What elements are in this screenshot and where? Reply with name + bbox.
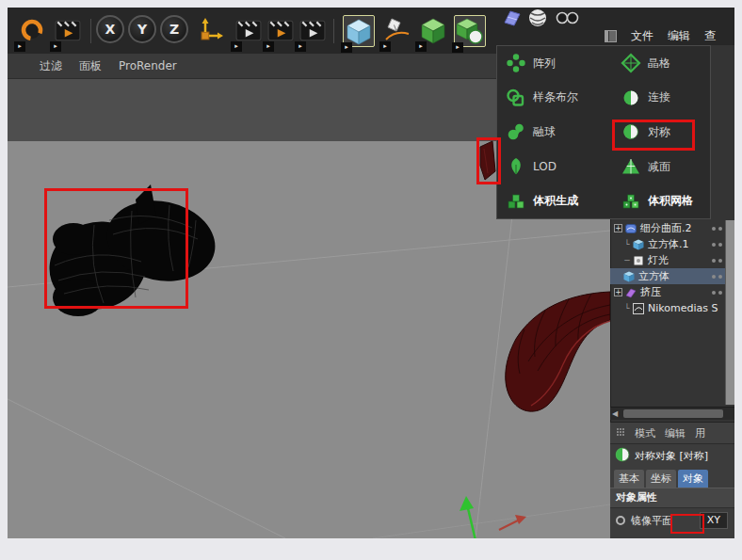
striped-sphere-icon[interactable] bbox=[526, 8, 549, 28]
cycle-radio-icon[interactable] bbox=[616, 516, 625, 525]
menu-item-label: 体积生成 bbox=[533, 193, 578, 209]
generators-dropdown-menu: 阵列 样条布尔 融球 LOD 体积生成 bbox=[496, 45, 711, 219]
object-label: Nikomedias S bbox=[648, 302, 718, 314]
mirror-plane-label: 镜像平面 bbox=[631, 514, 672, 528]
menu-item-label: 样条布尔 bbox=[533, 89, 578, 105]
flyout-arrow-icon: ▸ bbox=[231, 41, 242, 52]
red-object-fragment[interactable] bbox=[480, 141, 495, 180]
attr-menu-user[interactable]: 用 bbox=[695, 426, 705, 440]
tab-object[interactable]: 对象 bbox=[678, 470, 708, 488]
menu-item-label: 体积网格 bbox=[648, 193, 693, 209]
volume-mesher-icon bbox=[621, 191, 641, 212]
z-axis-label: Z bbox=[169, 22, 179, 37]
object-row[interactable]: ─ 灯光 bbox=[610, 252, 734, 268]
window-layout-icon[interactable] bbox=[605, 30, 617, 42]
flyout-arrow-icon: ▸ bbox=[263, 41, 274, 52]
menu-item-label: 对称 bbox=[648, 124, 670, 140]
object-label: 立方体 bbox=[638, 269, 669, 283]
menu-item-volume-builder[interactable]: 体积生成 bbox=[497, 184, 612, 218]
attr-menu-mode[interactable]: 模式 bbox=[635, 426, 655, 440]
cube-primitive-button[interactable]: ▸ bbox=[343, 15, 375, 47]
generator-menu-button[interactable]: ▸ bbox=[454, 15, 486, 47]
object-state-dots[interactable] bbox=[712, 227, 722, 231]
menu-item-volume-mesher[interactable]: 体积网格 bbox=[612, 184, 708, 218]
menu-item-metaball[interactable]: 融球 bbox=[497, 115, 612, 150]
menu-item-label: 融球 bbox=[533, 124, 556, 140]
flyout-arrow-icon: ▸ bbox=[50, 41, 61, 52]
generators-menu-right-column: 晶格 连接 对称 减面 体积网格 bbox=[612, 46, 708, 218]
y-axis-label: Y bbox=[137, 22, 147, 37]
scrollbar-thumb[interactable] bbox=[623, 409, 723, 418]
axis-arrow-red[interactable] bbox=[499, 515, 526, 530]
clapper-icon[interactable]: ▸ bbox=[53, 15, 83, 45]
object-state-dots[interactable] bbox=[712, 291, 722, 295]
cube-icon bbox=[633, 239, 644, 250]
object-state-dots[interactable] bbox=[712, 275, 722, 279]
prorender-menu[interactable]: ProRender bbox=[119, 59, 177, 72]
menu-item-connect[interactable]: 连接 bbox=[612, 81, 708, 116]
tab-coordinates[interactable]: 坐标 bbox=[646, 470, 676, 488]
scroll-left-arrow-icon[interactable]: ◀ bbox=[612, 408, 618, 419]
polygon-reduction-icon bbox=[621, 156, 641, 177]
extrude-icon bbox=[625, 287, 637, 298]
clapper-icon[interactable]: ▸ bbox=[298, 15, 328, 45]
spline-pen-button[interactable]: ▸ bbox=[382, 15, 412, 45]
coordinate-system-icon[interactable] bbox=[196, 15, 226, 45]
generator-cube-button[interactable]: ▸ bbox=[418, 15, 448, 45]
menu-item-array[interactable]: 阵列 bbox=[497, 46, 612, 81]
filter-menu[interactable]: 过滤 bbox=[40, 58, 62, 74]
menu-item-lattice[interactable]: 晶格 bbox=[612, 46, 708, 81]
lattice-icon bbox=[621, 53, 641, 73]
axis-arrow-green[interactable] bbox=[460, 496, 476, 538]
symmetry-icon bbox=[615, 447, 630, 465]
render-view-icon[interactable] bbox=[554, 8, 580, 28]
clapper-icon[interactable]: ▸ bbox=[266, 15, 296, 45]
flyout-arrow-icon: ▸ bbox=[341, 42, 352, 53]
expand-icon[interactable]: + bbox=[614, 288, 622, 296]
volume-builder-icon bbox=[506, 191, 526, 212]
cinema4d-window: ▸ ▸ X Y Z ▸ ▸ ▸ bbox=[8, 8, 734, 538]
y-axis-lock-button[interactable]: Y bbox=[128, 15, 156, 43]
object-row[interactable]: └ 立方体.1 bbox=[610, 236, 734, 252]
clapper-icon[interactable]: ▸ bbox=[234, 15, 264, 45]
mirror-plane-value[interactable]: XY bbox=[700, 512, 728, 529]
object-manager-vertical-scrollbar[interactable] bbox=[725, 220, 734, 405]
toolbar-separator bbox=[90, 19, 91, 43]
menu-view[interactable]: 查 bbox=[704, 28, 716, 44]
grid-dots-icon bbox=[616, 427, 625, 440]
z-axis-lock-button[interactable]: Z bbox=[160, 15, 188, 43]
panel-menu[interactable]: 面板 bbox=[79, 58, 102, 74]
attr-menu-edit[interactable]: 编辑 bbox=[665, 426, 686, 440]
menu-edit[interactable]: 编辑 bbox=[668, 28, 690, 44]
plane-icon[interactable] bbox=[501, 8, 524, 28]
object-properties-header: 对象属性 bbox=[610, 488, 734, 508]
object-row[interactable]: + 挤压 bbox=[610, 284, 734, 300]
generators-menu-left-column: 阵列 样条布尔 融球 LOD 体积生成 bbox=[497, 46, 612, 218]
menu-item-polygon-reduction[interactable]: 减面 bbox=[612, 150, 708, 184]
menu-file[interactable]: 文件 bbox=[631, 28, 653, 44]
menu-item-lod[interactable]: LOD bbox=[497, 150, 612, 184]
undo-arc-icon[interactable]: ▸ bbox=[17, 15, 47, 45]
x-axis-lock-button[interactable]: X bbox=[96, 15, 124, 43]
object-manager-horizontal-scrollbar[interactable]: ◀ bbox=[610, 407, 734, 420]
object-row-selected[interactable]: 立方体 bbox=[610, 268, 734, 284]
object-row[interactable]: └ Nikomedias S bbox=[610, 300, 734, 316]
object-state-dots[interactable] bbox=[712, 243, 722, 247]
attribute-tabs: 基本 坐标 对象 bbox=[610, 467, 734, 488]
object-state-dots[interactable] bbox=[712, 259, 722, 263]
object-label: 挤压 bbox=[640, 285, 661, 299]
object-row[interactable]: + 细分曲面.2 bbox=[610, 220, 734, 236]
red-tube-object[interactable] bbox=[506, 292, 610, 411]
flyout-arrow-icon: ▸ bbox=[379, 41, 391, 52]
menu-item-symmetry[interactable]: 对称 bbox=[612, 115, 708, 150]
tab-basic[interactable]: 基本 bbox=[614, 470, 644, 488]
light-icon bbox=[633, 255, 644, 266]
expand-icon[interactable]: + bbox=[614, 224, 622, 232]
wireframe-mesh-object[interactable] bbox=[38, 184, 222, 322]
object-title-label: 对称对象 [对称] bbox=[635, 449, 708, 463]
menu-item-spline-boolean[interactable]: 样条布尔 bbox=[497, 81, 612, 116]
flyout-arrow-icon: ▸ bbox=[415, 41, 427, 52]
attribute-menu-bar: 模式 编辑 用 bbox=[610, 423, 734, 444]
lod-icon bbox=[506, 156, 526, 177]
flyout-arrow-icon: ▸ bbox=[452, 42, 463, 53]
